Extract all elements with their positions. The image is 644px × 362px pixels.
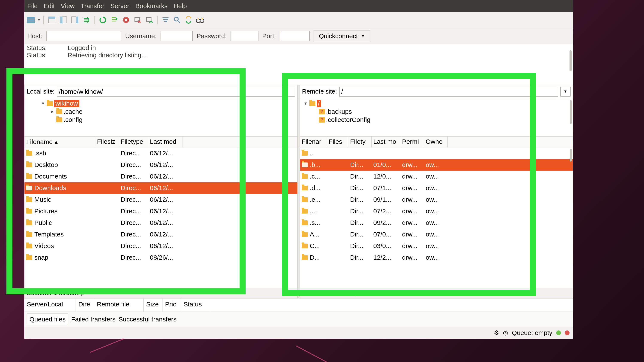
menu-transfer[interactable]: Transfer (81, 2, 104, 10)
file-row[interactable]: PublicDirec...06/12/... (24, 217, 297, 229)
refresh-icon[interactable] (98, 15, 107, 24)
disconnect-icon[interactable] (133, 15, 142, 24)
compare-icon[interactable] (196, 15, 205, 24)
col-priority[interactable]: Prio (162, 299, 181, 312)
password-input[interactable] (230, 31, 258, 41)
col-status[interactable]: Status (181, 299, 211, 312)
filetype-label: Dir... (348, 219, 372, 226)
col-server-local[interactable]: Server/Local (24, 299, 76, 312)
tree-item[interactable]: ?.backups (300, 107, 573, 116)
filetype-label: Direc... (119, 184, 148, 192)
file-row[interactable]: DocumentsDirec...06/12/... (24, 171, 297, 182)
file-row[interactable]: snapDirec...08/26/... (24, 252, 297, 263)
filetype-label: Dir... (348, 242, 372, 250)
tree-item[interactable]: ?.collectorConfig (300, 116, 573, 124)
file-row[interactable]: .c...Dir...12/0...drw...ow... (300, 171, 573, 182)
menu-server[interactable]: Server (110, 2, 129, 10)
tab-failed-transfers[interactable]: Failed transfers (71, 316, 116, 323)
file-row[interactable]: TemplatesDirec...06/12/... (24, 229, 297, 240)
file-row[interactable]: MusicDirec...06/12/... (24, 194, 297, 205)
clock-icon[interactable]: ◷ (503, 329, 508, 336)
file-row[interactable]: A...Dir...07/0...drw...ow... (300, 229, 573, 240)
toggle-tree-icon[interactable] (59, 15, 68, 24)
toggle-queue-icon[interactable] (82, 15, 91, 24)
file-row[interactable]: .s...Dir...09/2...drw...ow... (300, 217, 573, 229)
port-input[interactable] (280, 31, 310, 41)
cancel-icon[interactable] (122, 15, 130, 24)
twisty-icon[interactable]: ▾ (40, 101, 46, 106)
file-row[interactable]: ....Dir...07/2...drw...ow... (300, 205, 573, 217)
reconnect-icon[interactable] (145, 15, 154, 24)
toggle-log-icon[interactable] (47, 15, 56, 24)
filetype-label: Direc... (119, 196, 148, 203)
col-lastmod[interactable]: Last mo (372, 137, 400, 147)
svg-point-13 (196, 19, 200, 23)
permissions-label: drw... (400, 196, 424, 203)
site-manager-icon[interactable] (26, 15, 36, 24)
tree-item[interactable]: .config (24, 116, 297, 124)
username-input[interactable] (160, 31, 193, 41)
col-filename[interactable]: Filenar (300, 137, 327, 147)
remote-site-dropdown[interactable]: ▼ (560, 87, 570, 97)
scrollbar[interactable] (570, 100, 572, 124)
col-filetype[interactable]: Filetype (119, 137, 148, 147)
col-owner[interactable]: Owne (424, 137, 448, 147)
col-filesize[interactable]: Filesiz (95, 137, 119, 147)
file-row[interactable]: VideosDirec...06/12/... (24, 240, 297, 252)
twisty-icon[interactable]: ▸ (50, 109, 55, 114)
local-tree[interactable]: ▾wikihow▸.cache.config (24, 98, 297, 137)
remote-tree[interactable]: ▾/?.backups?.collectorConfig (300, 98, 573, 137)
scrollbar[interactable] (570, 50, 572, 71)
folder-icon (26, 186, 32, 190)
tab-queued-files[interactable]: Queued files (27, 314, 68, 325)
tree-item[interactable]: ▾/ (300, 99, 573, 107)
svg-rect-16 (202, 18, 202, 19)
search-icon[interactable] (172, 15, 182, 24)
file-row[interactable]: DownloadsDirec...06/12/... (24, 182, 297, 194)
col-direction[interactable]: Dire (76, 299, 94, 312)
permissions-label: drw... (400, 219, 424, 226)
col-size[interactable]: Size (144, 299, 162, 312)
col-permissions[interactable]: Permi (400, 137, 424, 147)
remote-site-input[interactable] (339, 87, 558, 97)
gear-icon[interactable]: ⚙ (494, 329, 499, 336)
file-row[interactable]: .sshDirec...06/12/... (24, 147, 297, 159)
file-row[interactable]: C...Dir...03/0...drw...ow... (300, 240, 573, 252)
file-row[interactable]: .b...Dir...01/0...drw...ow... (300, 159, 573, 171)
col-lastmod[interactable]: Last mod (148, 137, 182, 147)
file-row[interactable]: .e...Dir...09/1...drw...ow... (300, 194, 573, 205)
file-row[interactable]: .d...Dir...07/1...drw...ow... (300, 182, 573, 194)
menu-view[interactable]: View (61, 2, 74, 10)
local-file-list[interactable]: .sshDirec...06/12/...DesktopDirec...06/1… (24, 147, 297, 288)
col-filesize[interactable]: Filesi (327, 137, 348, 147)
file-row[interactable]: DesktopDirec...06/12/... (24, 159, 297, 171)
twisty-icon[interactable]: ▾ (303, 101, 308, 106)
sort-asc-icon: ▴ (54, 138, 58, 145)
scrollbar[interactable] (570, 149, 572, 162)
menu-help[interactable]: Help (174, 2, 187, 10)
date-label: 06/12/... (148, 150, 182, 157)
menu-file[interactable]: File (27, 2, 38, 10)
filename-label: .s... (310, 219, 320, 226)
filter-icon[interactable] (161, 15, 170, 24)
tree-item[interactable]: ▾wikihow (24, 99, 297, 107)
quickconnect-button[interactable]: Quickconnect ▼ (314, 30, 370, 42)
folder-icon (302, 220, 308, 225)
col-filetype[interactable]: Filety (348, 137, 372, 147)
col-remote-file[interactable]: Remote file (94, 299, 144, 312)
toggle-remote-tree-icon[interactable] (70, 15, 80, 24)
local-site-input[interactable] (57, 87, 295, 97)
file-row[interactable]: D...Dir...12/2...drw...ow... (300, 252, 573, 263)
vertical-splitter[interactable] (298, 85, 300, 298)
menu-bookmarks[interactable]: Bookmarks (135, 2, 168, 10)
remote-file-list[interactable]: ...b...Dir...01/0...drw...ow....c...Dir.… (300, 147, 573, 288)
process-queue-icon[interactable] (110, 15, 119, 24)
menu-edit[interactable]: Edit (44, 2, 55, 10)
file-row[interactable]: PicturesDirec...06/12/... (24, 205, 297, 217)
tree-item[interactable]: ▸.cache (24, 107, 297, 116)
file-row[interactable]: .. (300, 147, 573, 159)
tab-successful-transfers[interactable]: Successful transfers (118, 316, 176, 323)
sync-browse-icon[interactable] (184, 15, 193, 24)
host-input[interactable] (46, 31, 121, 41)
col-filename[interactable]: Filename ▴ (24, 137, 95, 147)
